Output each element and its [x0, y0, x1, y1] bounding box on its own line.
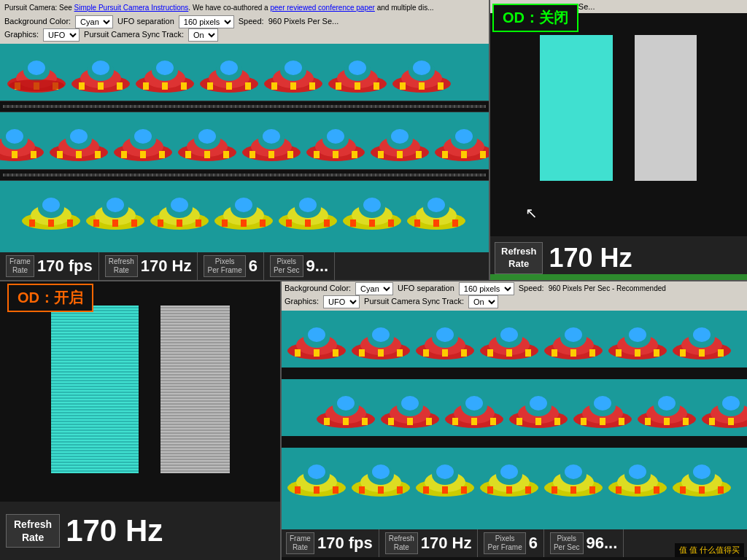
svg-rect-207	[718, 349, 724, 357]
svg-point-90	[327, 129, 344, 144]
svg-rect-150	[388, 219, 394, 227]
pixels-per-frame-label-br: PixelsPer Frame	[484, 532, 525, 554]
svg-rect-78	[204, 151, 210, 158]
svg-point-97	[391, 129, 409, 144]
svg-rect-98	[378, 151, 384, 158]
svg-rect-84	[249, 151, 255, 158]
svg-rect-205	[680, 349, 686, 357]
svg-rect-243	[619, 418, 624, 425]
svg-rect-28	[226, 82, 232, 90]
ufo-sep-label: UFO separation	[117, 15, 174, 28]
graphics-select[interactable]: UFO	[43, 28, 80, 42]
svg-rect-185	[506, 349, 512, 357]
refresh-rate-label-br: RefreshRate	[385, 532, 418, 554]
graphics-select-br[interactable]: UFO	[323, 295, 360, 308]
svg-rect-149	[369, 219, 375, 227]
svg-rect-165	[333, 349, 338, 357]
svg-rect-192	[570, 349, 576, 357]
svg-point-147	[363, 198, 381, 212]
graphics-label: Graphics:	[4, 28, 39, 42]
svg-rect-135	[241, 219, 247, 227]
svg-rect-299	[635, 486, 640, 494]
svg-rect-193	[589, 349, 595, 357]
od-label-off: OD：关闭	[492, 4, 578, 32]
svg-rect-127	[158, 219, 163, 227]
svg-rect-278	[442, 486, 448, 494]
speed-value: 960 Pixels Per Se...	[268, 15, 339, 28]
bg-color-select[interactable]: Cyan	[75, 15, 113, 28]
frame-rate-label: FrameRate	[6, 255, 34, 277]
svg-rect-15	[117, 82, 123, 90]
sync-select[interactable]: On	[188, 28, 218, 42]
svg-rect-170	[359, 349, 365, 357]
svg-rect-14	[98, 82, 104, 90]
svg-rect-58	[31, 151, 36, 158]
svg-rect-114	[48, 219, 54, 227]
sync-label: Pursuit Camera Sync Track:	[84, 28, 184, 42]
svg-point-183	[500, 327, 518, 342]
bg-color-select-br[interactable]: Cyan	[355, 282, 393, 295]
svg-point-262	[308, 464, 325, 479]
watermark-icon: 值	[679, 545, 687, 554]
speed-label: Speed:	[239, 15, 264, 28]
svg-rect-255	[709, 418, 715, 425]
svg-rect-71	[140, 151, 146, 158]
svg-rect-113	[29, 219, 35, 227]
bg-color-label: Background Color:	[4, 15, 71, 28]
svg-rect-141	[286, 219, 292, 227]
horizontal-divider	[0, 280, 747, 281]
svg-rect-115	[67, 219, 73, 227]
svg-point-4	[28, 61, 45, 75]
svg-point-176	[436, 327, 454, 342]
svg-point-8	[9, 79, 64, 91]
svg-rect-134	[222, 219, 228, 227]
svg-rect-22	[181, 82, 187, 90]
svg-point-204	[693, 327, 711, 342]
ufo-sep-select-br[interactable]: 160 pixels	[459, 282, 514, 295]
svg-point-247	[658, 396, 676, 411]
frame-rate-value-br: 170 fps	[317, 534, 373, 553]
svg-rect-163	[295, 349, 301, 357]
svg-rect-79	[223, 151, 229, 158]
svg-rect-93	[352, 151, 357, 158]
svg-rect-215	[362, 418, 368, 425]
rr-label-bl: RefreshRate	[6, 514, 60, 548]
svg-rect-34	[271, 82, 277, 90]
svg-rect-206	[699, 349, 705, 357]
svg-rect-43	[374, 82, 379, 90]
svg-point-254	[722, 396, 740, 411]
svg-rect-72	[159, 151, 165, 158]
svg-rect-143	[324, 219, 330, 227]
svg-point-162	[308, 327, 325, 342]
svg-rect-270	[359, 486, 365, 494]
svg-rect-292	[570, 486, 576, 494]
svg-rect-155	[414, 219, 420, 227]
pixels-per-sec-label: PixelsPer Sec	[270, 255, 303, 277]
svg-rect-92	[333, 151, 338, 158]
svg-point-112	[42, 198, 60, 212]
svg-point-233	[530, 396, 547, 411]
quad-top-left: Pursuit Camera: See Simple Pursuit Camer…	[0, 0, 489, 280]
svg-rect-29	[245, 82, 251, 90]
svg-rect-171	[378, 349, 384, 357]
svg-point-26	[220, 61, 238, 75]
svg-rect-300	[654, 486, 659, 494]
svg-rect-91	[314, 151, 320, 158]
svg-rect-272	[397, 486, 403, 494]
vertical-divider-top	[489, 0, 490, 280]
quad-bottom-left: OD：开启 RefreshRate 170 Hz	[0, 280, 280, 560]
pixels-per-frame-value: 6	[249, 257, 258, 276]
svg-rect-13	[79, 82, 85, 90]
svg-point-133	[235, 198, 252, 212]
svg-rect-221	[407, 418, 413, 425]
ufo-sep-select[interactable]: 160 pixels	[179, 15, 234, 28]
svg-rect-229	[490, 418, 496, 425]
rr-label-tr: RefreshRate	[495, 242, 543, 274]
sync-select-br[interactable]: On	[468, 295, 498, 308]
svg-rect-142	[305, 219, 311, 227]
svg-point-190	[565, 327, 582, 342]
svg-rect-178	[442, 349, 448, 357]
svg-rect-172	[397, 349, 403, 357]
svg-rect-235	[535, 418, 541, 425]
svg-point-304	[693, 464, 711, 479]
